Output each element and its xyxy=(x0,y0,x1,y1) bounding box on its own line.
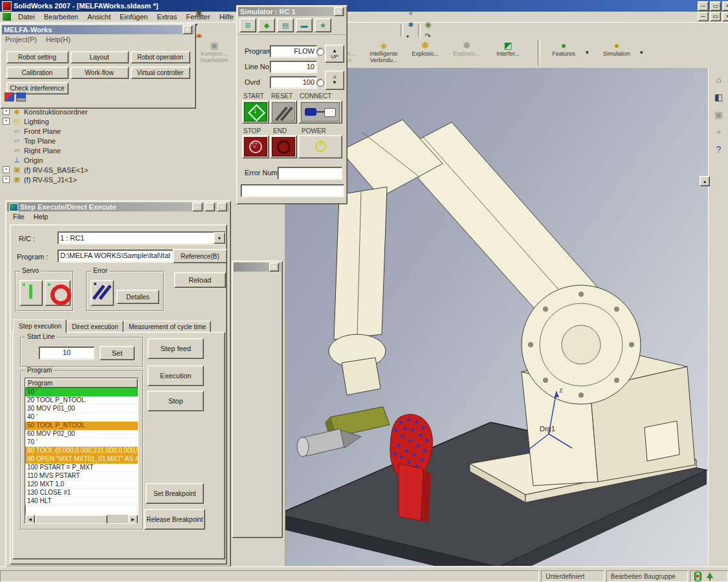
program-path-field[interactable]: D:\MELFA WORKS\Sample\Ital\Ital xyxy=(58,250,173,263)
start-button[interactable] xyxy=(242,100,269,124)
servo-on-button[interactable] xyxy=(19,280,43,306)
view-home-icon[interactable]: ⌂ xyxy=(711,72,727,87)
power-button[interactable] xyxy=(298,135,342,158)
scroll-thumb[interactable] xyxy=(35,515,107,524)
menu-item[interactable]: File xyxy=(8,212,29,221)
program-row[interactable]: 50 TOOL P_NTOOL xyxy=(25,422,138,430)
menu-item[interactable]: Project(P) xyxy=(1,35,41,44)
features-toolbar-button[interactable]: ● Features xyxy=(542,39,585,68)
restore-button[interactable]: ▭ xyxy=(710,1,721,11)
program-row[interactable]: 10 ' xyxy=(25,388,138,396)
work-flow-button[interactable]: Work-flow xyxy=(71,67,129,79)
release-breakpoint-button[interactable]: Release Breakpoint xyxy=(144,509,205,530)
program-row[interactable]: 40 ' xyxy=(25,413,138,422)
scroll-right-icon[interactable]: ► xyxy=(128,515,138,524)
explode-line-sketch-button[interactable]: ✽ Explosio... xyxy=(446,39,487,68)
interference-detection-button[interactable]: ◩ Interfer... xyxy=(487,39,529,68)
pan-icon[interactable]: + xyxy=(404,0,417,7)
simulation-dropdown-icon[interactable]: ▾ xyxy=(640,49,643,56)
program-row[interactable]: 80 TOOL (0.000,0.000,231.000,0.000,0.000… xyxy=(25,447,138,455)
expand-icon[interactable]: + xyxy=(3,176,10,183)
insert-component-icon[interactable]: ▣ xyxy=(193,7,205,19)
view-orientation-icon[interactable]: ◧ xyxy=(711,89,727,104)
program-field[interactable]: FLOW xyxy=(270,45,317,58)
tab[interactable]: Step execution xyxy=(14,319,67,333)
execution-button[interactable]: Execution xyxy=(148,365,204,386)
error-message-field[interactable] xyxy=(241,184,344,197)
program-row[interactable]: 90 OPEN "MXT MXT01_01.MXT" AS #1 xyxy=(25,455,138,464)
tree-item-rv6s-j1[interactable]: + ▣ (f) RV-6S_J1<1> xyxy=(3,175,88,184)
set-breakpoint-button[interactable]: Set Breakpoint xyxy=(146,483,204,504)
program-row[interactable]: 70 ' xyxy=(25,438,138,447)
program-row[interactable]: 30 MOV P01_00 xyxy=(25,405,138,413)
program-h-scrollbar[interactable]: ◄ ► xyxy=(25,515,138,523)
smart-mates-button[interactable]: ◈ Intelligente Verbindu... xyxy=(363,39,404,68)
program-row[interactable]: 100 PSTART = P_MXT xyxy=(25,464,138,472)
melfa-works-close-button[interactable]: × xyxy=(182,25,192,34)
menu-item[interactable]: Bearbeiten xyxy=(39,12,83,21)
ovrd-field[interactable]: 100 xyxy=(270,76,317,89)
tree-item-front-plane[interactable]: ▱ Front Plane xyxy=(3,126,88,136)
line-no-field[interactable]: 10 xyxy=(270,61,317,73)
robot-operation-button[interactable]: Robot operation xyxy=(131,51,190,63)
doc-minimize-button[interactable]: ─ xyxy=(698,12,709,21)
teach-icon[interactable]: ⊞ xyxy=(239,18,256,32)
panel-collapse-arrow[interactable]: ▴ xyxy=(700,176,710,186)
expand-icon[interactable]: + xyxy=(3,166,10,173)
operation-icon[interactable]: ◆ xyxy=(258,18,275,32)
menu-item[interactable]: Ansicht xyxy=(83,12,115,21)
tree-item-lighting[interactable]: + ▤ Lighting xyxy=(3,116,88,126)
tree-item-right-plane[interactable]: ▱ Right Plane xyxy=(3,146,88,155)
stop-execution-button[interactable]: Stop xyxy=(148,391,204,411)
robot-setting-button[interactable]: Robot setting xyxy=(6,51,69,63)
reload-button[interactable]: Reload xyxy=(174,272,226,288)
monitor-palette-icon[interactable] xyxy=(16,92,26,102)
reset-button[interactable] xyxy=(270,100,297,124)
down-button[interactable]: ≡ ▼ xyxy=(325,70,344,90)
menu-item[interactable]: Datei xyxy=(14,12,39,21)
exploded-view-button[interactable]: ✽ Explosio... xyxy=(404,39,446,68)
monitor-icon[interactable]: ▬ xyxy=(296,18,313,32)
program-row[interactable]: 20 TOOL P_NTOOL xyxy=(25,396,138,405)
up-radio[interactable] xyxy=(316,48,324,56)
background-window-close-button[interactable]: × xyxy=(269,263,279,272)
camera-icon[interactable]: ▣ xyxy=(711,107,727,122)
doc-restore-button[interactable]: ▭ xyxy=(710,12,721,21)
program-row[interactable]: 110 MVS PSTART xyxy=(25,472,138,480)
step-feed-button[interactable]: Step feed xyxy=(148,338,204,359)
step-restore-button[interactable]: ▭ xyxy=(204,202,215,211)
menu-item[interactable]: Help(H) xyxy=(41,35,75,44)
rc-dropdown-icon[interactable]: ▾ xyxy=(214,232,225,244)
rc-combo[interactable]: 1 : RC1 ▾ xyxy=(58,232,226,244)
start-line-field[interactable]: 10 xyxy=(39,347,94,360)
step-close-button[interactable]: × xyxy=(217,202,227,211)
menu-item[interactable]: Extras xyxy=(152,12,181,21)
tree-item-top-plane[interactable]: ▱ Top Plane xyxy=(3,136,88,146)
standard-views-icon[interactable]: ● xyxy=(404,7,417,19)
edit-component-button[interactable]: ▣ Kompon... bearbeiten xyxy=(194,39,234,68)
virtual-controller-button[interactable]: Virtual controller xyxy=(131,67,190,79)
program-row[interactable]: 140 HLT xyxy=(25,497,138,506)
up-button[interactable]: ▲ UP xyxy=(325,45,344,63)
stop-button[interactable] xyxy=(242,135,269,158)
simulation-toolbar-button[interactable]: ● Simulation xyxy=(594,39,639,68)
robot-palette-icon[interactable] xyxy=(5,92,14,102)
graphics-viewport[interactable]: z Drg1 xyxy=(285,68,708,566)
tree-item-rv6s-base[interactable]: + ▣ (f) RV-6S_BASE<1> xyxy=(3,165,88,175)
menu-item[interactable]: Help xyxy=(29,212,53,221)
features-dropdown-icon[interactable]: ▾ xyxy=(586,49,589,56)
servo-off-button[interactable] xyxy=(45,280,71,306)
help-icon[interactable]: ? xyxy=(711,142,727,156)
program-row[interactable]: 60 MOV P02_00 xyxy=(25,430,138,438)
workpiece-lower[interactable] xyxy=(399,464,423,521)
error-num-field[interactable] xyxy=(278,167,342,180)
program-list-header[interactable]: Program xyxy=(25,378,138,388)
layout-button[interactable]: Layout xyxy=(71,51,129,63)
scroll-left-icon[interactable]: ◄ xyxy=(25,515,35,524)
end-button[interactable] xyxy=(270,135,297,158)
option-icon[interactable]: ★ xyxy=(314,18,331,32)
step-minimize-button[interactable]: ─ xyxy=(192,202,203,211)
display-style-icon[interactable]: ■ xyxy=(404,19,417,30)
simulator-close-button[interactable]: × xyxy=(334,7,344,16)
program-list[interactable]: Program 10 '20 TOOL P_NTOOL30 MOV P01_00… xyxy=(25,378,138,524)
